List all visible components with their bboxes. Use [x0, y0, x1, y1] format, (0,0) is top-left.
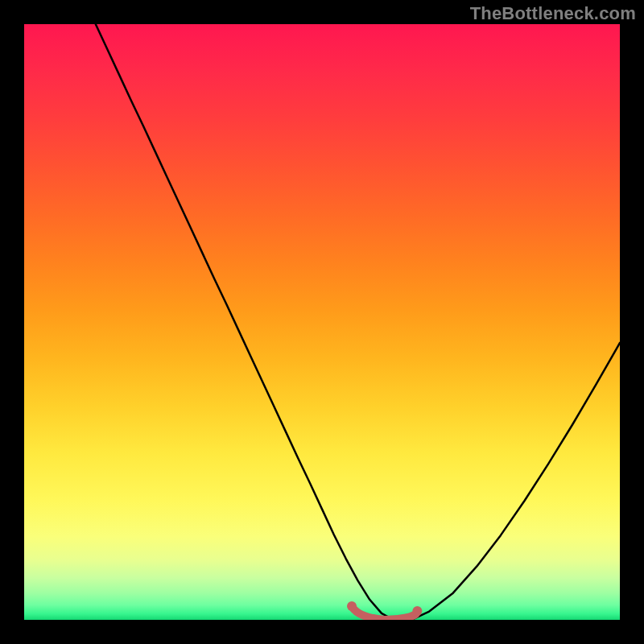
- sweet-spot-endpoint-right: [412, 606, 422, 616]
- plot-svg: [24, 24, 620, 620]
- plot-area: [24, 24, 620, 620]
- gradient-bg: [24, 24, 620, 620]
- chart-frame: TheBottleneck.com: [0, 0, 644, 644]
- sweet-spot-endpoint-left: [347, 601, 357, 611]
- watermark-label: TheBottleneck.com: [470, 3, 636, 24]
